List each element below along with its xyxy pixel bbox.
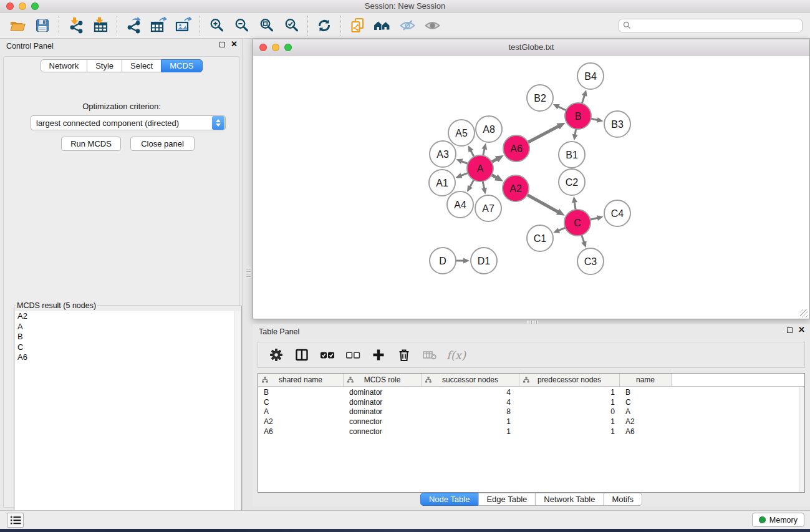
graph-edge-arrowhead xyxy=(481,188,487,195)
table-cell: A xyxy=(620,407,672,416)
tab-select[interactable]: Select xyxy=(122,59,162,72)
memory-status-icon xyxy=(759,516,766,523)
export-table-icon[interactable] xyxy=(146,14,171,37)
graph-edge-B-B2[interactable] xyxy=(557,106,566,110)
graph-node-label-B2: B2 xyxy=(534,93,546,104)
float-table-panel-icon[interactable] xyxy=(787,327,793,333)
table-cell: dominator xyxy=(344,388,422,397)
memory-button[interactable]: Memory xyxy=(752,513,804,527)
settings-gear-icon[interactable] xyxy=(264,344,287,365)
table-scrollbar[interactable] xyxy=(799,387,804,492)
network-window-titlebar[interactable]: testGlobe.txt xyxy=(253,39,809,56)
deselect-all-icon[interactable] xyxy=(341,344,364,365)
zoom-selected-icon[interactable] xyxy=(279,14,304,37)
export-network-icon[interactable] xyxy=(121,14,146,37)
graph-edge-C-C2[interactable] xyxy=(574,201,576,210)
column-header-predecessor-nodes[interactable]: predecessor nodes xyxy=(519,374,620,386)
table-row[interactable]: Adominator80A xyxy=(258,407,799,417)
run-mcds-button[interactable]: Run MCDS xyxy=(61,137,121,151)
open-session-icon[interactable] xyxy=(5,14,30,37)
function-builder-icon[interactable]: f(x) xyxy=(443,344,466,365)
tab-network-table[interactable]: Network Table xyxy=(535,493,604,506)
graph-edge-B-B4[interactable] xyxy=(582,95,584,104)
delete-table-icon[interactable] xyxy=(418,344,441,365)
close-panel-icon[interactable]: ✕ xyxy=(231,41,238,47)
mcds-result-item[interactable]: C xyxy=(15,342,234,353)
mcds-result-item[interactable]: A2 xyxy=(15,311,234,322)
column-header-name[interactable]: name xyxy=(620,374,672,386)
save-session-icon[interactable] xyxy=(30,14,55,37)
zoom-fit-icon[interactable] xyxy=(254,14,279,37)
float-panel-icon[interactable] xyxy=(219,42,225,47)
search-input[interactable] xyxy=(634,21,798,30)
refresh-icon[interactable] xyxy=(312,14,337,37)
toolbar-separator xyxy=(307,16,308,36)
app-titlebar: Session: New Session xyxy=(0,0,810,12)
mcds-result-scrollbar[interactable] xyxy=(234,311,241,516)
resize-grip-icon[interactable] xyxy=(800,309,808,317)
optimization-criterion-select[interactable]: largest connected component (directed) xyxy=(31,115,226,130)
hide-selected-icon[interactable] xyxy=(395,14,420,37)
table-cell: 1 xyxy=(422,417,519,426)
close-window-icon[interactable] xyxy=(6,2,14,10)
table-cell: A6 xyxy=(258,427,344,436)
graph-node-label-D1: D1 xyxy=(478,256,491,266)
graph-node-label-B3: B3 xyxy=(611,119,624,130)
mcds-result-item[interactable]: A xyxy=(15,322,234,332)
table-cell: connector xyxy=(344,417,422,426)
graph-edge-C-C3[interactable] xyxy=(582,235,584,243)
table-cell: 0 xyxy=(519,407,620,416)
toolbar-separator xyxy=(117,16,117,36)
mcds-result-item[interactable]: B xyxy=(15,332,234,342)
search-field[interactable] xyxy=(619,19,803,32)
horizontal-splitter-handle[interactable] xyxy=(527,321,538,324)
table-row[interactable]: A6connector11A6 xyxy=(258,427,799,437)
mcds-result-item[interactable]: A6 xyxy=(15,352,234,363)
close-table-panel-icon[interactable]: ✕ xyxy=(798,327,805,333)
tab-motifs[interactable]: Motifs xyxy=(603,493,642,506)
graph-edge-A-A4[interactable] xyxy=(470,180,474,187)
close-panel-button[interactable]: Close panel xyxy=(130,137,195,151)
mcds-result-list: A2ABCA6 xyxy=(15,311,234,516)
table-row[interactable]: Cdominator41C xyxy=(258,397,799,407)
tab-network[interactable]: Network xyxy=(40,59,87,72)
table-row[interactable]: A2connector11A2 xyxy=(258,417,799,427)
task-history-button[interactable] xyxy=(7,513,24,528)
node-table: shared nameMCDS rolesuccessor nodesprede… xyxy=(258,373,805,493)
network-close-icon[interactable] xyxy=(259,44,267,51)
graph-edge-C-C4[interactable] xyxy=(590,218,598,220)
vertical-splitter-handle[interactable] xyxy=(246,267,251,278)
graph-edge-A2-C[interactable] xyxy=(527,195,559,212)
network-zoom-icon[interactable] xyxy=(284,44,292,51)
table-cell: A xyxy=(258,407,344,416)
tab-mcds[interactable]: MCDS xyxy=(161,59,202,72)
network-minimize-icon[interactable] xyxy=(272,44,279,51)
select-all-icon[interactable] xyxy=(316,344,339,365)
zoom-in-icon[interactable] xyxy=(204,14,229,37)
table-row[interactable]: Bdominator41B xyxy=(258,387,799,397)
column-header-mcds-role[interactable]: MCDS role xyxy=(344,374,422,386)
zoom-window-icon[interactable] xyxy=(31,2,39,10)
minimize-window-icon[interactable] xyxy=(19,2,26,10)
network-canvas[interactable]: B4B2BB3A5A8A6B1A3AC2A1A2A4A7C4CC1C3DD1 xyxy=(253,56,809,319)
add-column-icon[interactable] xyxy=(367,344,390,365)
column-header-shared-name[interactable]: shared name xyxy=(258,374,344,386)
graph-edge-A6-B[interactable] xyxy=(528,126,559,142)
tab-node-table[interactable]: Node Table xyxy=(420,493,479,506)
table-header-row: shared nameMCDS rolesuccessor nodesprede… xyxy=(258,374,804,387)
column-header-successor-nodes[interactable]: successor nodes xyxy=(422,374,519,386)
table-panel-tabs: Node TableEdge TableNetwork TableMotifs xyxy=(420,493,642,506)
export-image-icon[interactable] xyxy=(171,14,196,37)
graph-node-label-C: C xyxy=(574,218,581,228)
houses-icon[interactable] xyxy=(370,14,395,37)
import-table-icon[interactable] xyxy=(88,14,113,37)
delete-column-icon[interactable] xyxy=(392,344,415,365)
import-network-icon[interactable] xyxy=(63,14,88,37)
copy-network-icon[interactable] xyxy=(345,14,370,37)
table-cell: 4 xyxy=(422,398,519,407)
toggle-column-icon[interactable] xyxy=(290,344,313,365)
show-all-icon[interactable] xyxy=(420,14,445,37)
tab-edge-table[interactable]: Edge Table xyxy=(478,493,536,506)
tab-style[interactable]: Style xyxy=(87,59,122,72)
zoom-out-icon[interactable] xyxy=(229,14,254,37)
